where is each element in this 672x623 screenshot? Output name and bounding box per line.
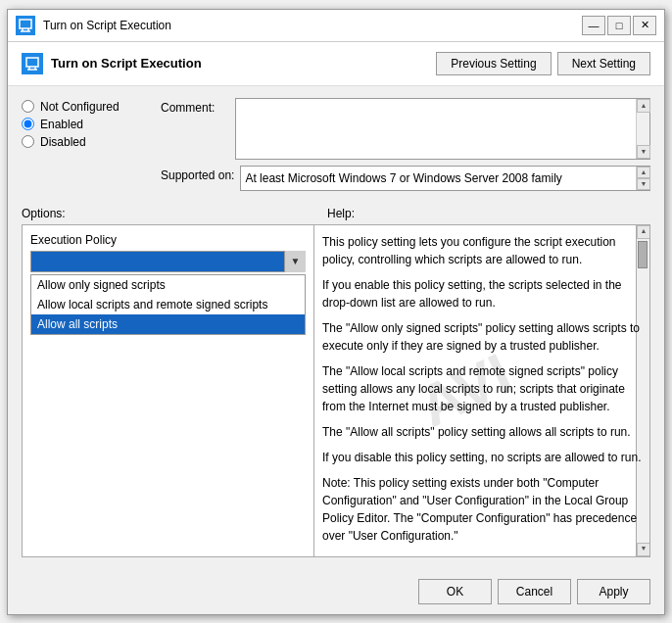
title-bar-text: Turn on Script Execution: [43, 19, 171, 32]
radio-disabled-input[interactable]: [22, 135, 34, 148]
comment-scrollbar: ▲ ▼: [636, 99, 649, 159]
minimize-button[interactable]: —: [582, 16, 605, 35]
dropdown-list: Allow only signed scripts Allow local sc…: [30, 274, 306, 335]
supported-label: Supported on:: [161, 166, 234, 182]
supported-scrollbar: ▲ ▼: [636, 167, 649, 190]
help-p4: The "Allow local scripts and remote sign…: [322, 362, 642, 415]
supported-value: At least Microsoft Windows 7 or Windows …: [241, 167, 649, 190]
radio-disabled[interactable]: Disabled: [22, 135, 149, 149]
radio-not-configured[interactable]: Not Configured: [22, 100, 149, 114]
supported-scroll-down[interactable]: ▼: [637, 178, 650, 190]
supported-scroll-up[interactable]: ▲: [637, 167, 650, 178]
execution-policy-label: Execution Policy: [30, 233, 306, 247]
content-area: Not Configured Enabled Disabled Comment:: [8, 86, 664, 569]
options-section-label: Options:: [22, 207, 313, 222]
dropdown-item-signed-only[interactable]: Allow only signed scripts: [31, 275, 305, 295]
comment-row: Comment: ▲ ▼: [161, 98, 650, 160]
comment-scroll-down[interactable]: ▼: [637, 145, 650, 159]
help-p5: The "Allow all scripts" policy setting a…: [322, 423, 642, 441]
help-scroll-down[interactable]: ▼: [637, 543, 649, 556]
radio-enabled[interactable]: Enabled: [22, 118, 149, 131]
cancel-button[interactable]: Cancel: [498, 579, 571, 604]
help-p2: If you enable this policy setting, the s…: [322, 276, 642, 312]
comment-field-wrapper: ▲ ▼: [235, 98, 650, 160]
header-title-area: Turn on Script Execution: [22, 53, 202, 74]
top-section: Not Configured Enabled Disabled Comment:: [22, 98, 650, 197]
comment-input[interactable]: [236, 99, 649, 156]
header-title-text: Turn on Script Execution: [51, 56, 202, 71]
options-panel: Execution Policy ▼ Allow only signed scr…: [23, 225, 314, 556]
ok-button[interactable]: OK: [418, 579, 492, 604]
header-bar: Turn on Script Execution Previous Settin…: [8, 42, 664, 86]
title-bar-left: Turn on Script Execution: [16, 16, 171, 35]
svg-rect-4: [26, 58, 38, 67]
dialog-icon: [16, 16, 35, 35]
dropdown-container: ▼: [30, 251, 306, 272]
bottom-buttons: OK Cancel Apply: [8, 569, 664, 614]
dropdown-item-all-scripts[interactable]: Allow all scripts: [31, 314, 305, 334]
maximize-button[interactable]: □: [607, 16, 631, 35]
right-fields: Comment: ▲ ▼ Supported on: At least Micr…: [161, 98, 650, 197]
help-section-label: Help:: [313, 207, 650, 222]
supported-row: Supported on: At least Microsoft Windows…: [161, 166, 650, 191]
radio-not-configured-label: Not Configured: [40, 100, 120, 114]
dropdown-arrow-icon[interactable]: ▼: [284, 251, 306, 272]
svg-rect-0: [20, 20, 31, 28]
apply-button[interactable]: Apply: [577, 579, 650, 604]
supported-field-wrapper: At least Microsoft Windows 7 or Windows …: [240, 166, 650, 191]
help-p1: This policy setting lets you configure t…: [322, 233, 642, 268]
dropdown-item-local-remote[interactable]: Allow local scripts and remote signed sc…: [31, 295, 305, 314]
next-setting-button[interactable]: Next Setting: [557, 52, 650, 75]
help-p3: The "Allow only signed scripts" policy s…: [322, 319, 642, 355]
comment-scroll-up[interactable]: ▲: [637, 99, 650, 113]
close-button[interactable]: ✕: [633, 16, 656, 35]
dropdown-selected[interactable]: [30, 251, 306, 272]
radio-disabled-label: Disabled: [40, 135, 86, 149]
help-p6: If you disable this policy setting, no s…: [322, 449, 642, 466]
help-panel: AVI This policy setting lets you configu…: [314, 225, 649, 556]
radio-group: Not Configured Enabled Disabled: [22, 98, 149, 197]
header-icon: [22, 53, 43, 74]
comment-label: Comment:: [161, 98, 229, 115]
radio-not-configured-input[interactable]: [22, 100, 34, 113]
radio-enabled-label: Enabled: [40, 118, 83, 131]
title-bar: Turn on Script Execution — □ ✕: [8, 10, 664, 42]
title-bar-controls: — □ ✕: [582, 16, 656, 35]
dialog-window: Turn on Script Execution — □ ✕ Turn on S…: [7, 9, 665, 615]
radio-enabled-input[interactable]: [22, 118, 34, 130]
options-help-wrapper: Execution Policy ▼ Allow only signed scr…: [22, 224, 650, 557]
help-p7: Note: This policy setting exists under b…: [322, 474, 642, 545]
help-content: This policy setting lets you configure t…: [322, 233, 642, 545]
header-buttons: Previous Setting Next Setting: [436, 52, 650, 75]
previous-setting-button[interactable]: Previous Setting: [436, 52, 551, 75]
section-labels: Options: Help:: [22, 207, 650, 222]
